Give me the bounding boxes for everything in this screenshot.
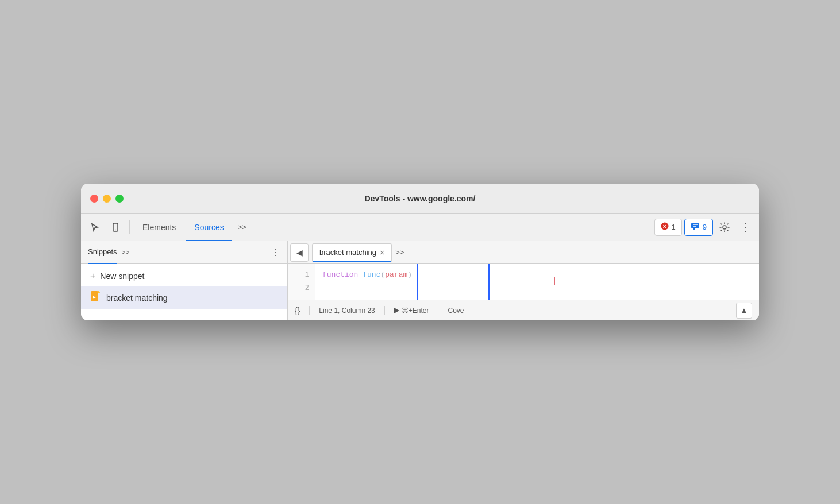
devtools-body: Snippets >> ⋮ + New snippet ▶ — [81, 241, 759, 320]
line-num-2: 2 — [288, 282, 315, 295]
more-menu-button[interactable]: ⋮ — [736, 218, 754, 237]
position-label: Line 1, Column 23 — [319, 307, 375, 315]
status-divider-1 — [309, 306, 310, 315]
window-controls — [90, 195, 124, 203]
new-snippet-button[interactable]: + New snippet — [81, 266, 287, 286]
minimize-button[interactable] — [103, 195, 111, 203]
console-toggle-button[interactable]: ▲ — [736, 303, 752, 319]
editor-tab-label: bracket matching — [319, 248, 376, 257]
close-paren: ) — [407, 269, 412, 281]
snippet-item-bracket-matching[interactable]: ▶ bracket matching — [81, 286, 287, 309]
editor-tabs: ◀ bracket matching × >> — [288, 241, 759, 264]
editor-tab-bracket-matching[interactable]: bracket matching × — [312, 243, 392, 262]
keyword-function: function — [322, 269, 358, 281]
code-editor[interactable]: 1 2 function func ( param ) { — [288, 264, 759, 300]
plus-icon: + — [90, 271, 95, 281]
svg-text:✕: ✕ — [662, 224, 667, 230]
status-divider-2 — [384, 306, 385, 315]
tab-elements[interactable]: Elements — [134, 214, 184, 241]
cursor-icon[interactable] — [86, 218, 104, 237]
snippets-more-tabs[interactable]: >> — [122, 249, 130, 257]
bracket-highlight: { — [417, 264, 490, 300]
editor-tab-more[interactable]: >> — [395, 248, 404, 257]
settings-button[interactable] — [715, 218, 734, 237]
snippets-list: + New snippet ▶ bracket matching — [81, 264, 287, 320]
new-snippet-label: New snippet — [100, 272, 144, 281]
error-badge[interactable]: ✕ 1 — [654, 219, 682, 236]
toolbar-divider — [129, 220, 130, 234]
devtools-toolbar: Elements Sources >> ✕ 1 — [81, 214, 759, 241]
left-panel: Snippets >> ⋮ + New snippet ▶ — [81, 241, 288, 320]
status-divider-3 — [438, 306, 438, 315]
right-panel: ◀ bracket matching × >> 1 2 function — [288, 241, 759, 320]
window-title: DevTools - www.google.com/ — [365, 194, 476, 203]
titlebar: DevTools - www.google.com/ — [81, 184, 759, 214]
console-icon: ▲ — [741, 306, 748, 315]
func-name: func — [363, 269, 380, 281]
error-count: 1 — [672, 223, 676, 231]
coverage-text: Cove — [448, 307, 464, 315]
format-icon: {} — [295, 306, 300, 315]
format-button[interactable]: {} — [295, 306, 300, 315]
devtools-window: DevTools - www.google.com/ Elements Sour… — [81, 184, 759, 320]
param-name: param — [385, 269, 407, 281]
status-bar: {} Line 1, Column 23 ⌘+Enter Cove ▲ — [288, 300, 759, 320]
cursor-position[interactable]: Line 1, Column 23 — [319, 307, 375, 315]
run-shortcut: ⌘+Enter — [402, 307, 429, 315]
panel-header: Snippets >> ⋮ — [81, 241, 287, 264]
svg-point-7 — [723, 226, 726, 229]
more-tabs-chevron[interactable]: >> — [234, 220, 250, 234]
run-button[interactable]: ⌘+Enter — [394, 307, 429, 315]
close-button[interactable] — [90, 195, 98, 203]
coverage-label[interactable]: Cove — [448, 307, 464, 315]
message-icon — [691, 222, 700, 232]
svg-point-1 — [115, 229, 116, 230]
mobile-icon[interactable] — [106, 218, 125, 237]
message-badge[interactable]: 9 — [684, 219, 713, 236]
line-num-1: 1 — [288, 269, 315, 282]
snippet-name: bracket matching — [106, 293, 168, 303]
code-content[interactable]: function func ( param ) { — [315, 264, 759, 300]
snippets-menu[interactable]: ⋮ — [271, 247, 280, 258]
play-icon — [394, 308, 399, 313]
tab-sources[interactable]: Sources — [186, 214, 232, 241]
line-numbers: 1 2 — [288, 264, 315, 300]
tab-close-icon[interactable]: × — [380, 249, 384, 257]
error-icon: ✕ — [661, 222, 669, 232]
svg-rect-4 — [691, 223, 699, 228]
snippet-file-icon: ▶ — [90, 290, 101, 305]
open-paren: ( — [380, 269, 385, 281]
code-line-1: function func ( param ) { — [322, 269, 752, 282]
maximize-button[interactable] — [115, 195, 124, 203]
snippets-title: Snippets — [88, 247, 117, 257]
collapse-button[interactable]: ◀ — [290, 243, 309, 262]
svg-marker-10 — [98, 291, 100, 293]
cursor-underline — [482, 264, 487, 299]
message-count: 9 — [703, 223, 707, 231]
